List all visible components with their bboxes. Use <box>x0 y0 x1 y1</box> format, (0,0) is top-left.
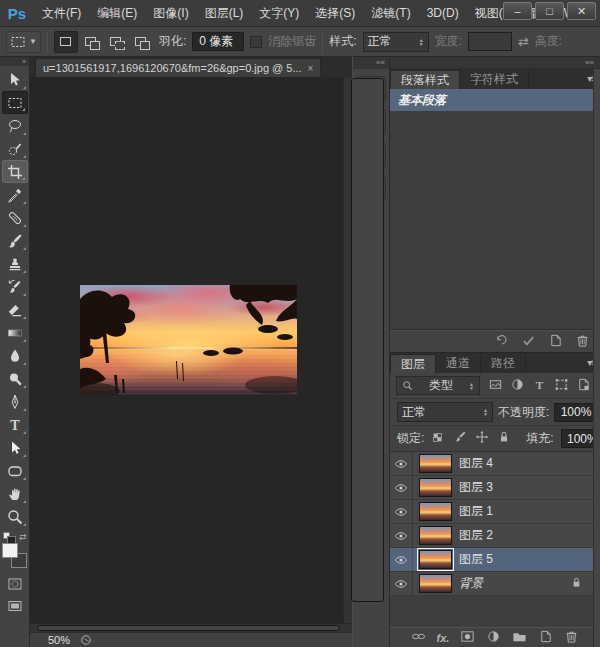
lock-brushsmall-icon[interactable] <box>453 430 467 447</box>
tool-quickselect[interactable] <box>2 137 28 160</box>
tool-eyedropper[interactable] <box>2 183 28 206</box>
layer-name[interactable]: 图层 5 <box>459 551 593 568</box>
subtract-from-selection-button[interactable] <box>104 31 128 53</box>
layer-thumbnail[interactable] <box>419 574 452 593</box>
tool-type[interactable]: T <box>2 413 28 436</box>
toolbar-collapse-arrows[interactable]: » <box>0 57 29 66</box>
layer-visibility-eye-icon[interactable] <box>390 572 413 595</box>
lock-movecross-icon[interactable] <box>475 430 489 447</box>
lock-lock-icon[interactable] <box>497 430 511 447</box>
layer-visibility-eye-icon[interactable] <box>390 476 413 499</box>
menu-item[interactable]: 滤镜(T) <box>363 5 418 22</box>
undo-icon[interactable] <box>494 333 509 351</box>
layer-row[interactable]: 图层 1 <box>390 500 593 524</box>
expand-panels-arrows[interactable]: «« <box>353 57 389 69</box>
tool-marquee[interactable] <box>2 91 28 114</box>
layer-name[interactable]: 图层 3 <box>459 479 593 496</box>
filter-smartobject-icon[interactable] <box>576 377 591 395</box>
blend-mode-dropdown[interactable]: 正常 ▲▼ <box>397 402 493 422</box>
width-input[interactable] <box>468 32 512 51</box>
folder-icon[interactable] <box>512 629 527 647</box>
canvas[interactable] <box>30 77 352 623</box>
tool-dodge[interactable] <box>2 367 28 390</box>
vertical-scrollbar[interactable] <box>343 77 352 623</box>
layer-name[interactable]: 图层 4 <box>459 455 593 472</box>
swap-width-height-icon[interactable]: ⇄ <box>518 34 529 49</box>
tool-brush[interactable] <box>2 229 28 252</box>
layer-visibility-eye-icon[interactable] <box>390 452 413 475</box>
tool-pathselect[interactable] <box>2 436 28 459</box>
tool-stamp[interactable] <box>2 252 28 275</box>
layer-name[interactable]: 背景 <box>459 575 570 592</box>
layers-tab[interactable]: 通道 <box>436 354 481 373</box>
styles-tab[interactable]: 段落样式 <box>390 70 460 89</box>
feather-input[interactable]: 0 像素 <box>192 32 244 51</box>
layers-tab[interactable]: 图层 <box>390 354 436 373</box>
tool-preset-picker[interactable]: ▼ <box>6 31 41 53</box>
layer-thumbnail[interactable] <box>419 502 452 521</box>
zoom-level[interactable]: 50% <box>48 634 70 646</box>
tool-eraser[interactable] <box>2 298 28 321</box>
new-selection-button[interactable] <box>54 31 78 53</box>
tool-crop[interactable] <box>2 160 28 183</box>
filter-adjust-icon[interactable] <box>510 377 525 395</box>
panel-scrollbar[interactable] <box>593 69 600 647</box>
screen-mode-button[interactable] <box>2 596 28 616</box>
tool-shape[interactable] <box>2 459 28 482</box>
default-colors-icon[interactable] <box>3 532 10 539</box>
style-dropdown[interactable]: 正常 ▲▼ <box>363 32 429 52</box>
intersect-selection-button[interactable] <box>129 31 153 53</box>
layer-thumbnail[interactable] <box>419 478 452 497</box>
foreground-color-swatch[interactable] <box>2 543 18 558</box>
close-tab-icon[interactable]: × <box>308 63 314 74</box>
layer-row[interactable]: 图层 4 <box>390 452 593 476</box>
opacity-value[interactable]: 100% <box>554 403 596 422</box>
layer-visibility-eye-icon[interactable] <box>390 524 413 547</box>
menu-item[interactable]: 文字(Y) <box>251 5 307 22</box>
minimize-button[interactable]: – <box>503 2 532 20</box>
menu-item[interactable]: 图像(I) <box>145 5 196 22</box>
maximize-button[interactable]: □ <box>535 2 564 20</box>
lock-checker-icon[interactable] <box>431 430 445 447</box>
adjust-icon[interactable] <box>486 629 501 647</box>
tool-blur[interactable] <box>2 344 28 367</box>
layer-thumbnail[interactable] <box>419 526 452 545</box>
collapse-panels-arrows[interactable]: »» <box>390 57 600 69</box>
tool-zoom[interactable] <box>2 505 28 528</box>
filter-typeT-icon[interactable]: T <box>532 377 547 395</box>
tool-hand[interactable] <box>2 482 28 505</box>
tool-lasso[interactable] <box>2 114 28 137</box>
tool-move[interactable] <box>2 68 28 91</box>
tool-gradient[interactable] <box>2 321 28 344</box>
mask-icon[interactable] <box>460 629 475 647</box>
styles-tab[interactable]: 字符样式 <box>460 70 529 89</box>
menu-item[interactable]: 图层(L) <box>197 5 252 22</box>
layer-thumbnail[interactable] <box>419 454 452 473</box>
quick-mask-button[interactable] <box>2 574 28 594</box>
layer-visibility-eye-icon[interactable] <box>390 548 413 571</box>
add-to-selection-button[interactable] <box>79 31 103 53</box>
filter-shapeframe-icon[interactable] <box>554 377 569 395</box>
close-button[interactable]: ✕ <box>567 2 596 20</box>
paragraph-style-item[interactable]: 基本段落 <box>390 89 593 111</box>
canvas-image[interactable] <box>80 285 297 395</box>
layer-thumbnail[interactable] <box>419 550 452 569</box>
layer-row[interactable]: 背景 <box>390 572 593 596</box>
fx-icon[interactable]: fx. <box>437 632 450 644</box>
newlayer-icon[interactable] <box>548 333 563 351</box>
layer-name[interactable]: 图层 1 <box>459 503 593 520</box>
trash-icon[interactable] <box>575 333 590 351</box>
menu-item[interactable]: 3D(D) <box>419 6 467 20</box>
layer-row[interactable]: 图层 2 <box>390 524 593 548</box>
filter-type-dropdown[interactable]: 类型 ▲▼ <box>396 376 480 395</box>
layer-row[interactable]: 图层 5 <box>390 548 593 572</box>
layer-visibility-eye-icon[interactable] <box>390 500 413 523</box>
trash-icon[interactable] <box>564 629 579 647</box>
antialias-checkbox[interactable] <box>250 36 262 48</box>
menu-item[interactable]: 文件(F) <box>34 5 89 22</box>
status-info-icon[interactable] <box>80 634 92 646</box>
newlayer-icon[interactable] <box>538 629 553 647</box>
swap-colors-icon[interactable]: ⇄ <box>19 532 27 542</box>
link-icon[interactable] <box>411 629 426 647</box>
layer-name[interactable]: 图层 2 <box>459 527 593 544</box>
